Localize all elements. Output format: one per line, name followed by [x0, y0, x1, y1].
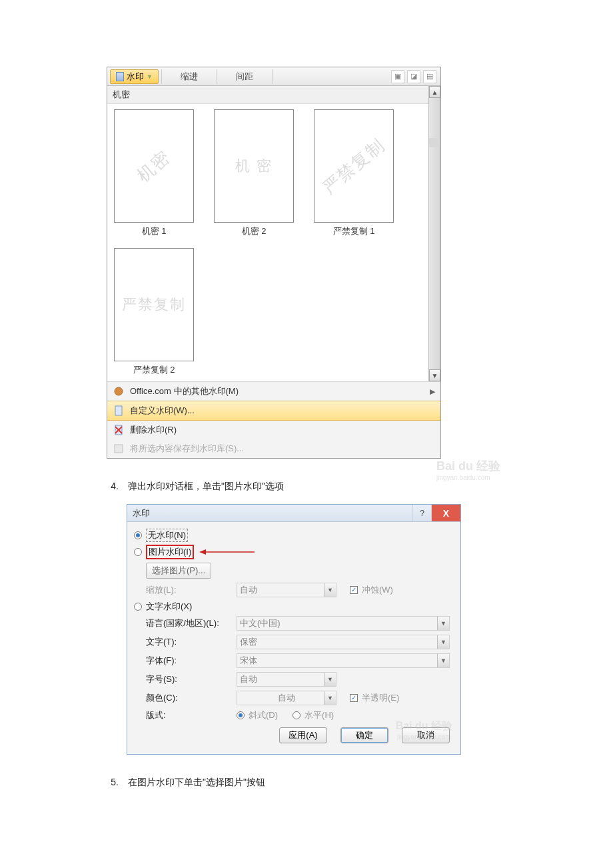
combo-font[interactable]: 宋体▼	[237, 653, 450, 668]
watermark-preset-item[interactable]: 严禁复制 严禁复制 2	[114, 248, 194, 376]
label-font: 字体(F):	[146, 655, 233, 667]
radio-no-watermark[interactable]	[134, 531, 142, 539]
menu-more-watermarks[interactable]: Office.com 中的其他水印(M) ▶	[107, 382, 440, 401]
watermark-preset-item[interactable]: 机密 机密 1	[114, 109, 194, 237]
close-button[interactable]: X	[431, 505, 460, 521]
arrow-annotation	[198, 547, 258, 557]
watermark-dialog: 水印 ? X 无水印(N) 图片水印(I) 选择图片(P)... 缩放	[127, 504, 461, 755]
label-color: 颜色(C):	[146, 692, 233, 704]
label-language: 语言(国家/地区)(L):	[146, 617, 233, 629]
watermark-preset-item[interactable]: 严禁复制 严禁复制 1	[314, 109, 394, 237]
ribbon-indent-label: 缩进	[162, 71, 217, 83]
step-text: 在图片水印下单击"选择图片"按钮	[128, 775, 265, 789]
watermark-button[interactable]: 水印 ▼	[110, 69, 159, 84]
select-picture-button[interactable]: 选择图片(P)...	[146, 563, 211, 579]
menu-remove-watermark[interactable]: 删除水印(R)	[107, 421, 440, 439]
label-picture-watermark: 图片水印(I)	[146, 545, 194, 559]
checkbox-translucent[interactable]	[350, 694, 358, 702]
baidu-watermark: Bai du 经验 jingyan.baidu.com	[436, 458, 500, 481]
label-scale: 缩放(L):	[146, 584, 233, 596]
gallery-category-header: 机密	[107, 86, 428, 104]
menu-save-to-gallery[interactable]: 将所选内容保存到水印库(S)...	[107, 439, 440, 458]
step-number: 4.	[107, 479, 119, 493]
watermark-menu-screenshot: 水印 ▼ 缩进 间距 ▣ ◪ ▤ 机密 机密 机密 1	[107, 67, 441, 459]
label-size: 字号(S):	[146, 673, 233, 685]
combo-text[interactable]: 保密▼	[237, 635, 450, 649]
step-text: 弹出水印对话框，单击"图片水印"选项	[128, 479, 284, 493]
ribbon-icon-2[interactable]: ◪	[407, 70, 420, 83]
label-translucent: 半透明(E)	[362, 692, 399, 704]
combo-size[interactable]: 自动▼	[237, 672, 336, 687]
chevron-right-icon: ▶	[430, 387, 435, 396]
chevron-down-icon: ▼	[437, 654, 449, 667]
apply-button[interactable]: 应用(A)	[279, 727, 327, 743]
cancel-button[interactable]: 取消	[402, 727, 450, 743]
chevron-down-icon: ▼	[437, 617, 449, 630]
radio-text-watermark[interactable]	[134, 603, 142, 611]
scroll-up-icon[interactable]: ▲	[429, 86, 440, 98]
label-horizontal: 水平(H)	[305, 709, 334, 721]
scroll-thumb[interactable]	[429, 138, 440, 147]
chevron-down-icon: ▼	[324, 583, 336, 597]
chevron-down-icon: ▼	[437, 635, 449, 649]
radio-diagonal[interactable]	[237, 711, 245, 719]
ribbon: 水印 ▼ 缩进 间距 ▣ ◪ ▤	[107, 67, 440, 86]
scroll-down-icon[interactable]: ▼	[429, 369, 440, 381]
watermark-preset-item[interactable]: 机 密 机密 2	[214, 109, 294, 237]
label-washout: 冲蚀(W)	[362, 584, 393, 596]
chevron-down-icon: ▼	[147, 73, 153, 80]
chevron-down-icon: ▼	[324, 691, 336, 705]
checkbox-washout[interactable]	[350, 586, 358, 594]
combo-scale[interactable]: 自动▼	[237, 583, 336, 597]
dialog-title: 水印	[133, 507, 150, 519]
dialog-titlebar: 水印 ? X	[127, 505, 460, 522]
radio-horizontal[interactable]	[293, 711, 301, 719]
delete-icon	[113, 424, 125, 436]
ok-button[interactable]: 确定	[340, 727, 388, 743]
combo-language[interactable]: 中文(中国)▼	[237, 616, 450, 631]
svg-point-0	[115, 387, 123, 395]
combo-color[interactable]: 自动▼	[237, 691, 336, 705]
watermark-doc-icon	[116, 72, 124, 81]
office-icon	[113, 385, 125, 397]
svg-rect-5	[115, 445, 123, 453]
step-4: 4. 弹出水印对话框，单击"图片水印"选项	[107, 479, 506, 493]
help-button[interactable]: ?	[412, 505, 431, 521]
step-5: 5. 在图片水印下单击"选择图片"按钮	[107, 775, 506, 789]
label-layout: 版式:	[146, 709, 233, 721]
gallery-scrollbar[interactable]: ▲ ▼	[428, 86, 440, 381]
chevron-down-icon: ▼	[324, 673, 336, 686]
svg-marker-7	[199, 549, 206, 555]
ribbon-icon-1[interactable]: ▣	[391, 70, 404, 83]
watermark-button-label: 水印	[127, 71, 144, 83]
ribbon-spacing-label: 间距	[217, 71, 272, 83]
svg-rect-1	[115, 406, 122, 415]
label-text-watermark: 文字水印(X)	[146, 601, 192, 613]
label-text: 文字(T):	[146, 636, 233, 648]
label-diagonal: 斜式(D)	[249, 709, 278, 721]
label-no-watermark: 无水印(N)	[146, 529, 188, 542]
page-icon	[113, 405, 125, 417]
ribbon-icon-3[interactable]: ▤	[423, 70, 436, 83]
save-icon	[113, 443, 125, 455]
menu-custom-watermark[interactable]: 自定义水印(W)...	[107, 401, 440, 421]
radio-picture-watermark[interactable]	[134, 548, 142, 556]
step-number: 5.	[107, 775, 119, 789]
